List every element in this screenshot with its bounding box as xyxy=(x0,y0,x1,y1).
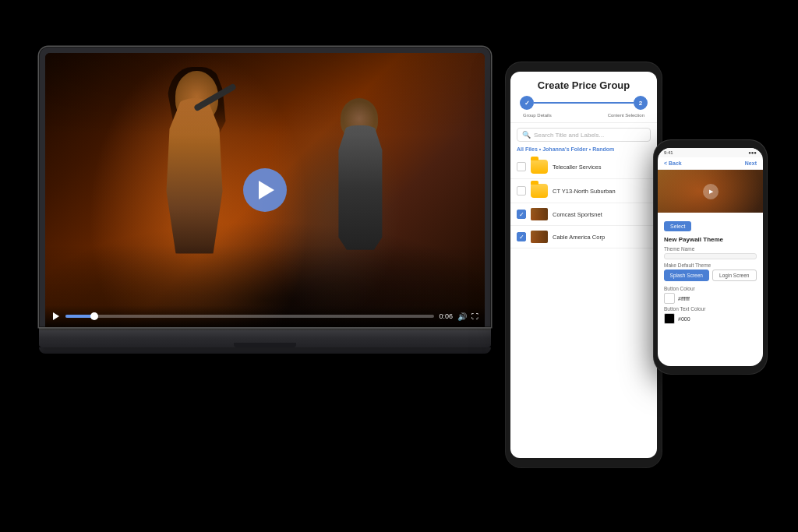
file-checkbox-1[interactable] xyxy=(517,162,526,171)
phone-screen: 9:41 ●●● < Back Next ▶ Select New Paywal… xyxy=(658,148,763,366)
laptop-screen-outer: 0:06 🔊 ⛶ xyxy=(39,47,491,327)
phone-signal: ●●● xyxy=(748,150,757,155)
breadcrumb: All Files • Johanna's Folder • Random xyxy=(517,146,651,152)
phone-select-button[interactable]: Select xyxy=(664,221,691,231)
file-checkbox-2[interactable] xyxy=(517,186,526,196)
video-thumbnail-icon-2 xyxy=(531,231,548,243)
theme-name-input[interactable] xyxy=(664,253,757,259)
login-screen-tab[interactable]: Login Screen xyxy=(712,270,757,281)
button-text-colour-label: Button Text Colour xyxy=(664,306,757,312)
phone-time: 9:41 xyxy=(664,150,673,155)
laptop-screen: 0:06 🔊 ⛶ xyxy=(45,53,485,327)
phone-device: 9:41 ●●● < Back Next ▶ Select New Paywal… xyxy=(654,140,767,374)
singer-head xyxy=(175,71,218,122)
button-colour-swatch[interactable] xyxy=(664,293,675,304)
breadcrumb-text: All Files • Johanna's Folder • Random xyxy=(517,146,614,152)
volume-icon[interactable]: 🔊 xyxy=(457,312,467,321)
progress-dot xyxy=(90,312,98,320)
phone-content: Select New Paywall Theme Theme Name Make… xyxy=(658,213,763,366)
video-controls: 0:06 🔊 ⛶ xyxy=(45,305,485,327)
list-item: Comcast Sportsnet xyxy=(510,203,657,226)
search-icon: 🔍 xyxy=(522,131,531,139)
step-connector xyxy=(534,102,634,104)
button-text-colour-value: #000 xyxy=(678,316,690,322)
default-theme-label: Make Default Theme xyxy=(664,262,757,268)
microphone xyxy=(193,83,237,111)
wizard-steps: ✓ 2 xyxy=(520,96,648,110)
file-name-4: Cable America Corp xyxy=(553,234,605,241)
step-2-label: Content Selection xyxy=(608,113,644,118)
video-time: 0:06 xyxy=(439,312,453,320)
phone-screen-tabs: Splash Screen Login Screen xyxy=(664,270,757,281)
laptop-base xyxy=(39,330,491,347)
folder-icon xyxy=(531,160,548,174)
play-icon xyxy=(259,181,274,199)
list-item: Cable America Corp xyxy=(510,226,657,248)
step-1-label: Group Details xyxy=(523,113,552,118)
guitarist-head xyxy=(341,98,378,139)
step-labels: Group Details Content Selection xyxy=(520,113,648,118)
step-1-circle: ✓ xyxy=(520,96,534,110)
progress-fill xyxy=(65,315,95,318)
list-item: CT Y13-North Suburban xyxy=(510,179,657,203)
button-colour-value: #ffffff xyxy=(678,296,690,301)
singer-hair xyxy=(168,67,226,145)
button-text-colour-swatch[interactable] xyxy=(664,313,675,324)
tablet-header: Create Price Group ✓ 2 Group Details Con… xyxy=(510,72,657,123)
phone-back-button[interactable]: < Back xyxy=(664,160,682,166)
video-thumbnail-icon xyxy=(531,208,548,220)
step-2-circle: 2 xyxy=(634,96,648,110)
fullscreen-icon[interactable]: ⛶ xyxy=(471,312,478,320)
file-name-2: CT Y13-North Suburban xyxy=(553,188,616,195)
guitarist-body xyxy=(333,125,387,250)
controls-play-icon[interactable] xyxy=(51,312,61,321)
button-colour-label: Button Colour xyxy=(664,286,757,291)
phone-next-button[interactable]: Next xyxy=(745,160,757,166)
video-background: 0:06 🔊 ⛶ xyxy=(45,53,485,327)
tablet-device: Create Price Group ✓ 2 Group Details Con… xyxy=(506,62,662,467)
phone-status-bar: 9:41 ●●● xyxy=(658,148,763,157)
list-item: Telecaller Services xyxy=(510,155,657,179)
guitarist-figure xyxy=(317,94,418,273)
phone-top-bar: < Back Next xyxy=(658,157,763,170)
splash-screen-tab[interactable]: Splash Screen xyxy=(664,270,709,281)
phone-section-title: New Paywall Theme xyxy=(664,236,757,243)
folder-icon xyxy=(531,184,548,198)
tablet-title: Create Price Group xyxy=(520,79,648,91)
tablet-search-bar[interactable]: 🔍 Search Title and Labels... xyxy=(517,128,651,142)
file-name-3: Comcast Sportsnet xyxy=(553,211,602,218)
file-checkbox-3[interactable] xyxy=(517,210,526,219)
scene: 0:06 🔊 ⛶ Create Price Group ✓ 2 xyxy=(0,0,798,532)
phone-thumbnail-overlay: ▶ xyxy=(658,170,763,213)
button-text-colour-row: #000 xyxy=(664,313,757,324)
phone-play-icon[interactable]: ▶ xyxy=(703,184,719,199)
theme-name-label: Theme Name xyxy=(664,246,757,252)
video-play-button[interactable] xyxy=(243,168,287,212)
tablet-screen: Create Price Group ✓ 2 Group Details Con… xyxy=(510,72,657,458)
laptop-stand xyxy=(39,347,491,354)
singer-body xyxy=(164,98,226,254)
search-placeholder: Search Title and Labels... xyxy=(534,132,604,139)
button-colour-row: #ffffff xyxy=(664,293,757,304)
file-list: Telecaller Services CT Y13-North Suburba… xyxy=(510,155,657,458)
file-checkbox-4[interactable] xyxy=(517,232,526,241)
video-progress-bar[interactable] xyxy=(65,315,434,318)
phone-video-thumbnail: ▶ xyxy=(658,170,763,213)
file-name-1: Telecaller Services xyxy=(553,164,602,171)
laptop: 0:06 🔊 ⛶ xyxy=(39,47,491,358)
